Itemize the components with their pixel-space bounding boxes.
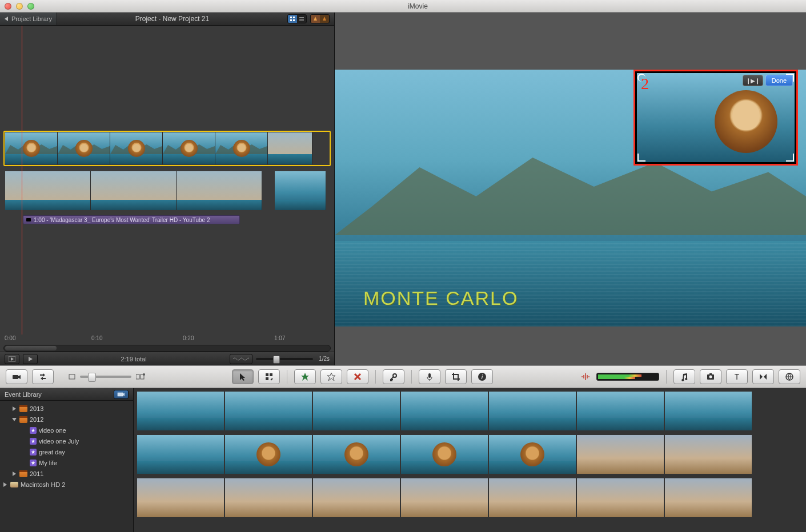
play-button[interactable] bbox=[23, 354, 38, 364]
project-title: Project - New Project 21 bbox=[57, 15, 287, 23]
tree-event[interactable]: ★video one July bbox=[0, 436, 133, 446]
tree-event[interactable]: ★great day bbox=[0, 446, 133, 457]
maps-browser-button[interactable] bbox=[779, 369, 800, 384]
audio-meter bbox=[596, 373, 659, 381]
camera-import-icon[interactable] bbox=[114, 390, 129, 399]
timeline-clip-row-2[interactable] bbox=[3, 170, 331, 212]
svg-rect-25 bbox=[118, 393, 123, 396]
waveform-toggle[interactable] bbox=[230, 354, 252, 364]
tree-event[interactable]: ★video one bbox=[0, 425, 133, 436]
project-timeline[interactable]: 1:00 - 'Madagascar 3_ Europe's Most Want… bbox=[0, 26, 334, 352]
titles-browser-button[interactable]: T bbox=[726, 369, 748, 384]
photo-browser-button[interactable] bbox=[700, 369, 721, 384]
favorite-button[interactable] bbox=[294, 369, 316, 384]
svg-rect-4 bbox=[299, 17, 304, 18]
svg-rect-5 bbox=[299, 19, 304, 21]
view-mode-toggle[interactable] bbox=[287, 14, 307, 23]
window-titlebar: iMovie bbox=[0, 0, 806, 13]
frames-icon bbox=[136, 373, 145, 380]
timeline-clip-row-1[interactable] bbox=[3, 131, 331, 166]
timeline-scrollbar[interactable] bbox=[3, 345, 331, 352]
voiceover-button[interactable] bbox=[419, 369, 440, 384]
svg-rect-14 bbox=[270, 373, 272, 376]
event-clip-row[interactable] bbox=[137, 435, 803, 474]
event-tree[interactable]: 2013 2012 ★video one ★video one July ★gr… bbox=[0, 401, 133, 532]
arrow-tool-button[interactable] bbox=[232, 369, 254, 384]
thumbnail-size-slider[interactable] bbox=[80, 376, 131, 378]
event-sidebar: Event Library 2013 2012 ★video one ★vide… bbox=[0, 388, 134, 532]
reject-button[interactable] bbox=[347, 369, 368, 384]
title-clip[interactable]: 1:00 - 'Madagascar 3_ Europe's Most Want… bbox=[23, 215, 240, 224]
svg-rect-1 bbox=[293, 17, 295, 18]
close-window-button[interactable] bbox=[5, 3, 11, 10]
svg-rect-22 bbox=[709, 373, 712, 375]
transitions-browser-button[interactable] bbox=[752, 369, 774, 384]
time-ruler: 0:00 0:10 0:20 1:07 bbox=[0, 332, 334, 344]
svg-point-21 bbox=[709, 376, 712, 378]
swap-panes-button[interactable] bbox=[32, 369, 54, 384]
pip-done-button[interactable]: Done bbox=[765, 75, 793, 86]
center-toolbar: i T bbox=[0, 365, 806, 388]
tree-drive[interactable]: Macintosh HD 2 bbox=[0, 479, 133, 490]
pip-play-button[interactable]: ❙▶❙ bbox=[743, 75, 763, 86]
pip-overlay[interactable]: 2 ❙▶❙ Done bbox=[633, 70, 798, 166]
svg-rect-6 bbox=[26, 218, 31, 221]
minimize-window-button[interactable] bbox=[16, 3, 23, 10]
traffic-lights bbox=[5, 3, 34, 10]
keyword-button[interactable] bbox=[383, 369, 404, 384]
svg-rect-10 bbox=[136, 374, 139, 379]
preview-caption: MONTE CARLO bbox=[363, 287, 518, 309]
svg-rect-9 bbox=[69, 374, 75, 379]
crop-handle-icon[interactable] bbox=[637, 154, 645, 162]
edit-tool-button[interactable] bbox=[258, 369, 280, 384]
event-library-header: Event Library bbox=[0, 388, 133, 401]
frame-icon bbox=[69, 373, 75, 380]
zoom-window-button[interactable] bbox=[27, 3, 34, 10]
svg-rect-13 bbox=[266, 373, 268, 376]
project-library-button[interactable]: Project Library bbox=[0, 13, 57, 25]
svg-text:T: T bbox=[735, 372, 740, 381]
tree-event[interactable]: ★My life bbox=[0, 457, 133, 468]
theme-toggle[interactable] bbox=[310, 14, 330, 23]
tree-year-2013[interactable]: 2013 bbox=[0, 403, 133, 414]
preview-pane: MONTE CARLO 2 ❙▶❙ Done bbox=[335, 13, 806, 365]
project-library-label: Project Library bbox=[11, 15, 52, 22]
tree-year-2012[interactable]: 2012 bbox=[0, 414, 133, 425]
svg-rect-3 bbox=[293, 19, 295, 21]
chevron-left-icon bbox=[5, 17, 8, 21]
crop-button[interactable] bbox=[445, 369, 467, 384]
window-title: iMovie bbox=[34, 2, 801, 10]
title-clip-label: 1:00 - 'Madagascar 3_ Europe's Most Want… bbox=[34, 217, 210, 223]
event-browser[interactable] bbox=[134, 388, 806, 532]
tree-year-2011[interactable]: 2011 bbox=[0, 468, 133, 479]
svg-rect-0 bbox=[290, 17, 292, 18]
event-clip-row[interactable] bbox=[137, 478, 803, 517]
crop-handle-icon[interactable] bbox=[786, 154, 794, 162]
inspector-button[interactable]: i bbox=[471, 369, 493, 384]
project-footer: 2:19 total 1/2s bbox=[0, 352, 334, 365]
music-browser-button[interactable] bbox=[673, 369, 695, 384]
import-camera-button[interactable] bbox=[6, 369, 27, 384]
audio-skim-button[interactable] bbox=[579, 369, 592, 384]
timeline-zoom-slider[interactable] bbox=[256, 358, 313, 360]
annotation-label: 2 bbox=[641, 75, 649, 93]
svg-rect-17 bbox=[428, 373, 431, 378]
unmark-button[interactable] bbox=[320, 369, 342, 384]
svg-rect-15 bbox=[266, 377, 268, 380]
playhead[interactable] bbox=[22, 26, 22, 334]
svg-rect-8 bbox=[13, 375, 18, 379]
timeline-zoom-label: 1/2s bbox=[319, 356, 330, 362]
svg-rect-2 bbox=[290, 19, 292, 21]
project-header: Project Library Project - New Project 21 bbox=[0, 13, 334, 26]
project-pane: Project Library Project - New Project 21 bbox=[0, 13, 335, 365]
play-fullscreen-button[interactable] bbox=[5, 354, 19, 364]
svg-point-12 bbox=[143, 373, 145, 376]
event-clip-row[interactable] bbox=[137, 392, 803, 430]
project-total-label: 2:19 total bbox=[41, 356, 226, 362]
